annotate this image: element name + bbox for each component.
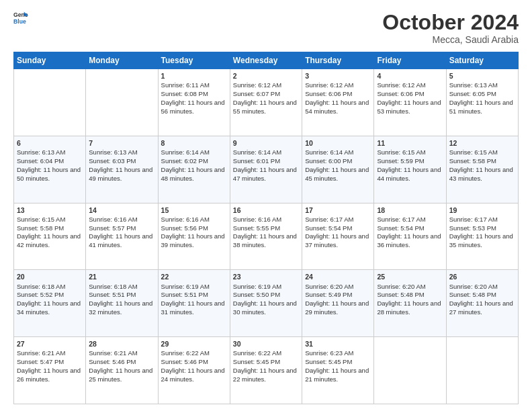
sunset-text: Sunset: 5:58 PM xyxy=(17,224,64,232)
sunset-text: Sunset: 6:06 PM xyxy=(305,90,352,97)
daylight-text: Daylight: 11 hours and 49 minutes. xyxy=(89,166,152,182)
sunset-text: Sunset: 5:50 PM xyxy=(233,291,280,298)
sunset-text: Sunset: 6:01 PM xyxy=(233,157,280,165)
sunset-text: Sunset: 6:02 PM xyxy=(161,157,208,165)
day-number: 11 xyxy=(377,138,443,148)
sunrise-text: Sunrise: 6:16 AM xyxy=(89,216,137,223)
sunset-text: Sunset: 5:52 PM xyxy=(17,291,64,298)
table-row: 19Sunrise: 6:17 AMSunset: 5:53 PMDayligh… xyxy=(446,203,518,270)
calendar-week-row: 27Sunrise: 6:21 AMSunset: 5:47 PMDayligh… xyxy=(14,337,519,404)
daylight-text: Daylight: 11 hours and 25 minutes. xyxy=(89,367,152,383)
daylight-text: Daylight: 11 hours and 56 minutes. xyxy=(161,99,225,115)
sunrise-text: Sunrise: 6:20 AM xyxy=(305,283,353,290)
sunrise-text: Sunrise: 6:14 AM xyxy=(233,148,281,156)
sunset-text: Sunset: 6:04 PM xyxy=(17,157,64,165)
day-number: 22 xyxy=(161,272,227,281)
table-row: 18Sunrise: 6:17 AMSunset: 5:54 PMDayligh… xyxy=(374,203,446,270)
table-row: 10Sunrise: 6:14 AMSunset: 6:00 PMDayligh… xyxy=(302,136,374,203)
sunrise-text: Sunrise: 6:16 AM xyxy=(161,216,210,223)
col-thursday: Thursday xyxy=(302,52,374,69)
sunrise-text: Sunrise: 6:13 AM xyxy=(449,81,498,89)
daylight-text: Daylight: 11 hours and 38 minutes. xyxy=(233,232,297,248)
logo: General Blue xyxy=(13,11,28,26)
daylight-text: Daylight: 11 hours and 42 minutes. xyxy=(17,232,81,248)
sunrise-text: Sunrise: 6:15 AM xyxy=(17,216,65,223)
table-row: 11Sunrise: 6:15 AMSunset: 5:59 PMDayligh… xyxy=(374,136,446,203)
daylight-text: Daylight: 11 hours and 43 minutes. xyxy=(449,166,513,182)
table-row: 24Sunrise: 6:20 AMSunset: 5:49 PMDayligh… xyxy=(302,270,374,337)
daylight-text: Daylight: 11 hours and 26 minutes. xyxy=(17,367,81,383)
main-title: October 2024 xyxy=(382,11,519,34)
day-number: 16 xyxy=(233,205,299,215)
day-number: 18 xyxy=(377,205,443,215)
day-number: 21 xyxy=(89,272,154,281)
sunrise-text: Sunrise: 6:12 AM xyxy=(233,81,281,89)
sunset-text: Sunset: 5:54 PM xyxy=(377,224,424,232)
table-row: 2Sunrise: 6:12 AMSunset: 6:07 PMDaylight… xyxy=(230,69,302,136)
sunset-text: Sunset: 6:08 PM xyxy=(161,90,208,97)
table-row: 22Sunrise: 6:19 AMSunset: 5:51 PMDayligh… xyxy=(158,270,230,337)
sunrise-text: Sunrise: 6:21 AM xyxy=(17,349,65,357)
day-number: 10 xyxy=(305,138,371,148)
table-row: 4Sunrise: 6:12 AMSunset: 6:06 PMDaylight… xyxy=(374,69,446,136)
day-number: 26 xyxy=(449,272,515,281)
table-row: 31Sunrise: 6:23 AMSunset: 5:45 PMDayligh… xyxy=(302,337,374,404)
title-block: October 2024 Mecca, Saudi Arabia xyxy=(382,11,519,45)
sunset-text: Sunset: 5:48 PM xyxy=(449,291,496,298)
sunset-text: Sunset: 5:49 PM xyxy=(305,291,352,298)
sunrise-text: Sunrise: 6:15 AM xyxy=(449,148,498,156)
daylight-text: Daylight: 11 hours and 24 minutes. xyxy=(161,367,225,383)
col-friday: Friday xyxy=(374,52,446,69)
day-number: 17 xyxy=(305,205,371,215)
sunset-text: Sunset: 5:51 PM xyxy=(161,291,208,298)
sunrise-text: Sunrise: 6:11 AM xyxy=(161,81,210,89)
table-row: 25Sunrise: 6:20 AMSunset: 5:48 PMDayligh… xyxy=(374,270,446,337)
daylight-text: Daylight: 11 hours and 27 minutes. xyxy=(449,300,513,316)
sunset-text: Sunset: 5:46 PM xyxy=(161,358,208,365)
table-row: 26Sunrise: 6:20 AMSunset: 5:48 PMDayligh… xyxy=(446,270,518,337)
day-number: 28 xyxy=(89,339,154,349)
day-number: 31 xyxy=(305,339,371,349)
sunset-text: Sunset: 5:54 PM xyxy=(305,224,352,232)
sunrise-text: Sunrise: 6:20 AM xyxy=(449,283,498,290)
sunset-text: Sunset: 5:45 PM xyxy=(233,358,280,365)
sunrise-text: Sunrise: 6:17 AM xyxy=(377,216,425,223)
table-row: 21Sunrise: 6:18 AMSunset: 5:51 PMDayligh… xyxy=(86,270,158,337)
table-row: 17Sunrise: 6:17 AMSunset: 5:54 PMDayligh… xyxy=(302,203,374,270)
daylight-text: Daylight: 11 hours and 50 minutes. xyxy=(17,166,81,182)
day-number: 12 xyxy=(449,138,515,148)
calendar-week-row: 13Sunrise: 6:15 AMSunset: 5:58 PMDayligh… xyxy=(14,203,519,270)
table-row: 30Sunrise: 6:22 AMSunset: 5:45 PMDayligh… xyxy=(230,337,302,404)
table-row: 1Sunrise: 6:11 AMSunset: 6:08 PMDaylight… xyxy=(158,69,230,136)
daylight-text: Daylight: 11 hours and 28 minutes. xyxy=(377,300,441,316)
col-sunday: Sunday xyxy=(14,52,86,69)
table-row: 20Sunrise: 6:18 AMSunset: 5:52 PMDayligh… xyxy=(14,270,86,337)
table-row xyxy=(14,69,86,136)
calendar-table: Sunday Monday Tuesday Wednesday Thursday… xyxy=(13,52,519,404)
sunrise-text: Sunrise: 6:16 AM xyxy=(233,216,281,223)
table-row: 5Sunrise: 6:13 AMSunset: 6:05 PMDaylight… xyxy=(446,69,518,136)
day-number: 8 xyxy=(161,138,227,148)
table-row: 6Sunrise: 6:13 AMSunset: 6:04 PMDaylight… xyxy=(14,136,86,203)
day-number: 29 xyxy=(161,339,227,349)
sub-title: Mecca, Saudi Arabia xyxy=(382,34,519,45)
day-number: 13 xyxy=(17,205,83,215)
svg-text:Blue: Blue xyxy=(13,18,26,25)
page: General Blue October 2024 Mecca, Saudi A… xyxy=(0,0,532,411)
logo-icon: General Blue xyxy=(13,11,28,26)
daylight-text: Daylight: 11 hours and 51 minutes. xyxy=(449,99,513,115)
sunrise-text: Sunrise: 6:18 AM xyxy=(17,283,65,290)
calendar-header-row: Sunday Monday Tuesday Wednesday Thursday… xyxy=(14,52,519,69)
sunset-text: Sunset: 5:56 PM xyxy=(161,224,208,232)
sunrise-text: Sunrise: 6:14 AM xyxy=(161,148,210,156)
daylight-text: Daylight: 11 hours and 48 minutes. xyxy=(161,166,225,182)
sunrise-text: Sunrise: 6:12 AM xyxy=(305,81,353,89)
sunset-text: Sunset: 6:03 PM xyxy=(89,157,136,165)
day-number: 23 xyxy=(233,272,299,281)
day-number: 7 xyxy=(89,138,154,148)
daylight-text: Daylight: 11 hours and 34 minutes. xyxy=(17,300,81,316)
table-row xyxy=(374,337,446,404)
table-row: 3Sunrise: 6:12 AMSunset: 6:06 PMDaylight… xyxy=(302,69,374,136)
header: General Blue October 2024 Mecca, Saudi A… xyxy=(13,11,519,45)
sunrise-text: Sunrise: 6:14 AM xyxy=(305,148,353,156)
